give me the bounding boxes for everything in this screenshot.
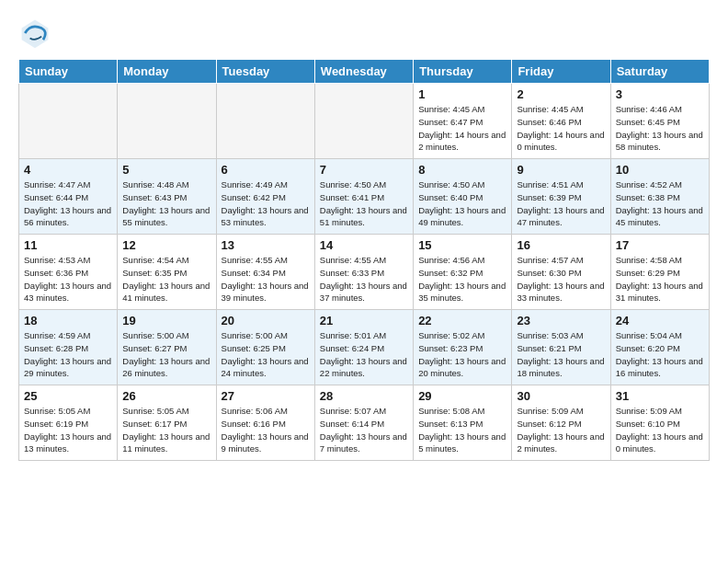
day-number: 11 <box>24 238 112 252</box>
day-number: 18 <box>24 314 112 327</box>
day-info: Sunrise: 4:55 AM Sunset: 6:34 PM Dayligh… <box>222 254 310 304</box>
calendar-cell: 29Sunrise: 5:08 AM Sunset: 6:13 PM Dayli… <box>414 385 512 461</box>
day-number: 10 <box>616 163 704 177</box>
day-number: 6 <box>222 163 310 177</box>
day-number: 21 <box>320 314 408 327</box>
weekday-header-friday: Friday <box>512 60 610 84</box>
page: SundayMondayTuesdayWednesdayThursdayFrid… <box>0 0 728 470</box>
day-number: 13 <box>222 238 310 252</box>
day-info: Sunrise: 4:45 AM Sunset: 6:46 PM Dayligh… <box>517 103 605 154</box>
week-row-2: 4Sunrise: 4:47 AM Sunset: 6:44 PM Daylig… <box>19 159 710 235</box>
day-number: 19 <box>122 314 210 327</box>
day-number: 29 <box>418 389 506 403</box>
calendar-cell: 8Sunrise: 4:50 AM Sunset: 6:40 PM Daylig… <box>414 159 512 235</box>
calendar-cell: 23Sunrise: 5:03 AM Sunset: 6:21 PM Dayli… <box>512 310 610 385</box>
calendar-cell: 26Sunrise: 5:05 AM Sunset: 6:17 PM Dayli… <box>118 385 216 461</box>
calendar-cell: 9Sunrise: 4:51 AM Sunset: 6:39 PM Daylig… <box>512 159 610 235</box>
calendar-cell: 17Sunrise: 4:58 AM Sunset: 6:29 PM Dayli… <box>610 235 709 310</box>
calendar-cell <box>314 84 413 159</box>
week-row-3: 11Sunrise: 4:53 AM Sunset: 6:36 PM Dayli… <box>19 235 710 310</box>
weekday-header-wednesday: Wednesday <box>314 60 413 84</box>
calendar-cell: 19Sunrise: 5:00 AM Sunset: 6:27 PM Dayli… <box>118 310 216 385</box>
calendar-cell: 21Sunrise: 5:01 AM Sunset: 6:24 PM Dayli… <box>314 310 413 385</box>
day-info: Sunrise: 4:47 AM Sunset: 6:44 PM Dayligh… <box>24 178 112 229</box>
week-row-1: 1Sunrise: 4:45 AM Sunset: 6:47 PM Daylig… <box>19 84 710 159</box>
day-number: 30 <box>517 389 605 403</box>
calendar-cell: 24Sunrise: 5:04 AM Sunset: 6:20 PM Dayli… <box>610 310 709 385</box>
calendar-cell: 3Sunrise: 4:46 AM Sunset: 6:45 PM Daylig… <box>610 84 709 159</box>
day-info: Sunrise: 4:49 AM Sunset: 6:42 PM Dayligh… <box>222 178 310 229</box>
day-info: Sunrise: 4:52 AM Sunset: 6:38 PM Dayligh… <box>616 178 704 229</box>
weekday-header-sunday: Sunday <box>19 60 118 84</box>
day-number: 31 <box>616 389 704 403</box>
day-info: Sunrise: 5:01 AM Sunset: 6:24 PM Dayligh… <box>320 329 408 380</box>
day-info: Sunrise: 5:05 AM Sunset: 6:17 PM Dayligh… <box>122 405 210 455</box>
day-info: Sunrise: 4:53 AM Sunset: 6:36 PM Dayligh… <box>24 254 112 304</box>
calendar-cell: 30Sunrise: 5:09 AM Sunset: 6:12 PM Dayli… <box>512 385 610 461</box>
day-number: 3 <box>616 87 704 101</box>
day-number: 12 <box>122 238 210 252</box>
logo-area <box>18 17 55 50</box>
calendar-table: SundayMondayTuesdayWednesdayThursdayFrid… <box>18 59 710 461</box>
week-row-5: 25Sunrise: 5:05 AM Sunset: 6:19 PM Dayli… <box>19 385 710 461</box>
day-number: 4 <box>24 163 112 177</box>
week-row-4: 18Sunrise: 4:59 AM Sunset: 6:28 PM Dayli… <box>19 310 710 385</box>
weekday-header-tuesday: Tuesday <box>216 60 314 84</box>
day-info: Sunrise: 5:00 AM Sunset: 6:25 PM Dayligh… <box>222 329 310 380</box>
day-info: Sunrise: 4:56 AM Sunset: 6:32 PM Dayligh… <box>418 254 506 304</box>
day-info: Sunrise: 4:50 AM Sunset: 6:40 PM Dayligh… <box>418 178 506 229</box>
day-number: 25 <box>24 389 112 403</box>
calendar-cell: 4Sunrise: 4:47 AM Sunset: 6:44 PM Daylig… <box>19 159 118 235</box>
day-number: 26 <box>122 389 210 403</box>
calendar-cell: 10Sunrise: 4:52 AM Sunset: 6:38 PM Dayli… <box>610 159 709 235</box>
day-number: 15 <box>418 238 506 252</box>
calendar-cell: 13Sunrise: 4:55 AM Sunset: 6:34 PM Dayli… <box>216 235 314 310</box>
day-info: Sunrise: 4:48 AM Sunset: 6:43 PM Dayligh… <box>122 178 210 229</box>
day-info: Sunrise: 4:50 AM Sunset: 6:41 PM Dayligh… <box>320 178 408 229</box>
day-number: 17 <box>616 238 704 252</box>
day-info: Sunrise: 4:57 AM Sunset: 6:30 PM Dayligh… <box>517 254 605 304</box>
day-info: Sunrise: 4:58 AM Sunset: 6:29 PM Dayligh… <box>616 254 704 304</box>
day-number: 20 <box>222 314 310 327</box>
calendar-cell: 16Sunrise: 4:57 AM Sunset: 6:30 PM Dayli… <box>512 235 610 310</box>
day-info: Sunrise: 5:09 AM Sunset: 6:10 PM Dayligh… <box>616 405 704 455</box>
day-info: Sunrise: 5:07 AM Sunset: 6:14 PM Dayligh… <box>320 405 408 455</box>
day-info: Sunrise: 5:00 AM Sunset: 6:27 PM Dayligh… <box>122 329 210 380</box>
day-info: Sunrise: 4:46 AM Sunset: 6:45 PM Dayligh… <box>616 103 704 154</box>
day-info: Sunrise: 4:45 AM Sunset: 6:47 PM Dayligh… <box>418 103 506 154</box>
day-info: Sunrise: 5:04 AM Sunset: 6:20 PM Dayligh… <box>616 329 704 380</box>
calendar-cell <box>19 84 118 159</box>
day-number: 22 <box>418 314 506 327</box>
weekday-header-thursday: Thursday <box>414 60 512 84</box>
day-number: 7 <box>320 163 408 177</box>
header <box>18 17 710 50</box>
day-info: Sunrise: 5:06 AM Sunset: 6:16 PM Dayligh… <box>222 405 310 455</box>
day-number: 1 <box>418 87 506 101</box>
calendar-cell: 18Sunrise: 4:59 AM Sunset: 6:28 PM Dayli… <box>19 310 118 385</box>
day-number: 5 <box>122 163 210 177</box>
calendar-cell: 22Sunrise: 5:02 AM Sunset: 6:23 PM Dayli… <box>414 310 512 385</box>
day-info: Sunrise: 4:55 AM Sunset: 6:33 PM Dayligh… <box>320 254 408 304</box>
day-number: 14 <box>320 238 408 252</box>
calendar-cell: 2Sunrise: 4:45 AM Sunset: 6:46 PM Daylig… <box>512 84 610 159</box>
calendar-cell: 15Sunrise: 4:56 AM Sunset: 6:32 PM Dayli… <box>414 235 512 310</box>
day-info: Sunrise: 4:54 AM Sunset: 6:35 PM Dayligh… <box>122 254 210 304</box>
calendar-cell: 31Sunrise: 5:09 AM Sunset: 6:10 PM Dayli… <box>610 385 709 461</box>
calendar-cell: 7Sunrise: 4:50 AM Sunset: 6:41 PM Daylig… <box>314 159 413 235</box>
day-info: Sunrise: 5:08 AM Sunset: 6:13 PM Dayligh… <box>418 405 506 455</box>
calendar-cell: 6Sunrise: 4:49 AM Sunset: 6:42 PM Daylig… <box>216 159 314 235</box>
calendar-cell: 5Sunrise: 4:48 AM Sunset: 6:43 PM Daylig… <box>118 159 216 235</box>
day-number: 24 <box>616 314 704 327</box>
day-number: 8 <box>418 163 506 177</box>
calendar-cell: 20Sunrise: 5:00 AM Sunset: 6:25 PM Dayli… <box>216 310 314 385</box>
weekday-header-row: SundayMondayTuesdayWednesdayThursdayFrid… <box>19 60 710 84</box>
day-number: 28 <box>320 389 408 403</box>
weekday-header-monday: Monday <box>118 60 216 84</box>
day-info: Sunrise: 5:09 AM Sunset: 6:12 PM Dayligh… <box>517 405 605 455</box>
day-number: 9 <box>517 163 605 177</box>
day-number: 23 <box>517 314 605 327</box>
calendar-cell <box>118 84 216 159</box>
day-number: 27 <box>222 389 310 403</box>
day-info: Sunrise: 5:03 AM Sunset: 6:21 PM Dayligh… <box>517 329 605 380</box>
calendar-cell: 11Sunrise: 4:53 AM Sunset: 6:36 PM Dayli… <box>19 235 118 310</box>
